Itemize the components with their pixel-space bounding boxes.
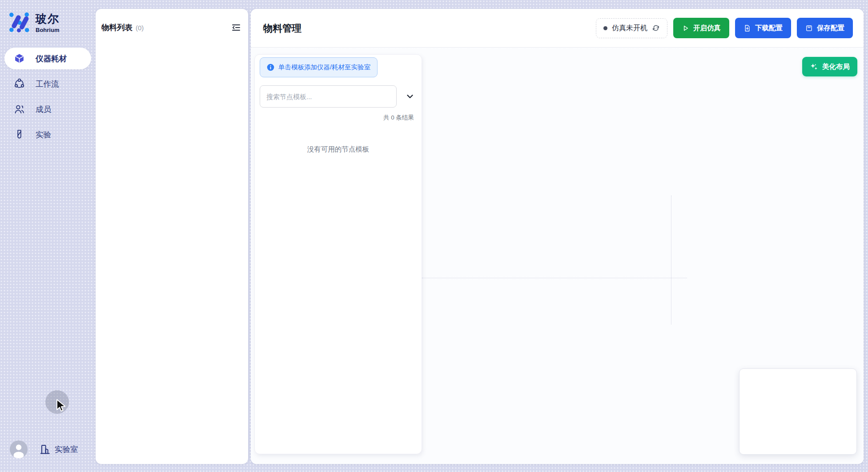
empty-state-text: 没有可用的节点模板 (260, 145, 417, 154)
brand-logo[interactable]: 玻尔 Bohrium (0, 11, 96, 33)
material-list-count: (0) (136, 24, 144, 32)
header-actions: 仿真未开机 开启仿真 (596, 18, 853, 38)
button-label: 下载配置 (755, 24, 783, 33)
experiment-icon (14, 129, 25, 140)
material-list-panel: 物料列表 (0) (96, 9, 248, 464)
start-simulation-button[interactable]: 开启仿真 (673, 18, 729, 38)
download-icon (743, 24, 751, 32)
sidebar-item-label: 工作流 (36, 79, 59, 89)
beautify-layout-button[interactable]: 美化布局 (802, 57, 857, 76)
canvas[interactable]: 单击模板添加仪器/耗材至实验室 共 0 条结果 没有可用的节点模板 (251, 48, 864, 464)
minimap[interactable] (739, 368, 857, 455)
cube-icon (14, 53, 25, 64)
brand-name-zh: 玻尔 (36, 12, 60, 26)
sidebar-item-instruments[interactable]: 仪器耗材 (4, 48, 91, 69)
sidebar-item-label: 实验 (36, 129, 51, 140)
sidebar-menu: 仪器耗材 工作流 (0, 48, 96, 145)
refresh-icon[interactable] (652, 24, 660, 32)
sidebar-bottom: 实验室 (0, 440, 96, 468)
template-search-input[interactable] (260, 85, 397, 108)
workflow-icon (14, 78, 25, 89)
material-list-header: 物料列表 (0) (96, 9, 248, 33)
brand-text: 玻尔 Bohrium (36, 12, 60, 33)
sidebar-item-members[interactable]: 成员 (4, 98, 91, 120)
button-label: 开启仿真 (693, 24, 721, 33)
sidebar-item-label: 仪器耗材 (36, 53, 67, 64)
info-banner-text: 单击模板添加仪器/耗材至实验室 (278, 63, 370, 72)
info-banner: 单击模板添加仪器/耗材至实验室 (260, 57, 378, 77)
canvas-guide-horizontal (422, 278, 687, 278)
template-panel: 单击模板添加仪器/耗材至实验室 共 0 条结果 没有可用的节点模板 (254, 54, 422, 454)
lab-label: 实验室 (55, 444, 78, 455)
status-label: 仿真未开机 (612, 24, 647, 33)
sidebar-item-label: 成员 (36, 104, 51, 115)
avatar[interactable] (10, 440, 28, 458)
mouse-cursor (56, 399, 69, 414)
canvas-guide-vertical (671, 196, 671, 324)
save-icon (805, 24, 813, 32)
brand-name-en: Bohrium (36, 27, 60, 33)
chevron-down-icon[interactable] (405, 92, 415, 101)
sidebar-item-workflow[interactable]: 工作流 (4, 73, 91, 95)
material-list-title: 物料列表 (101, 22, 133, 33)
sparkles-icon (810, 63, 818, 71)
result-count: 共 0 条结果 (260, 114, 417, 122)
page-title: 物料管理 (263, 22, 301, 35)
button-label: 美化布局 (822, 62, 850, 72)
members-icon (14, 104, 25, 115)
info-icon (267, 64, 274, 71)
collapse-panel-icon[interactable] (231, 22, 241, 33)
bohrium-logo-icon (8, 11, 30, 33)
sidebar-item-experiments[interactable]: 实验 (4, 124, 91, 145)
material-management-panel: 物料管理 仿真未开机 (251, 9, 864, 464)
main-header: 物料管理 仿真未开机 (251, 9, 864, 48)
play-icon (682, 24, 689, 32)
building-icon (39, 444, 51, 455)
status-dot (603, 26, 607, 30)
app-root: 玻尔 Bohrium 仪器耗材 (0, 0, 868, 472)
button-label: 保存配置 (817, 24, 844, 33)
save-config-button[interactable]: 保存配置 (797, 18, 853, 38)
simulation-status-chip[interactable]: 仿真未开机 (596, 18, 667, 38)
template-search-row (260, 85, 417, 108)
download-config-button[interactable]: 下载配置 (735, 18, 791, 38)
lab-selector[interactable]: 实验室 (39, 444, 78, 455)
